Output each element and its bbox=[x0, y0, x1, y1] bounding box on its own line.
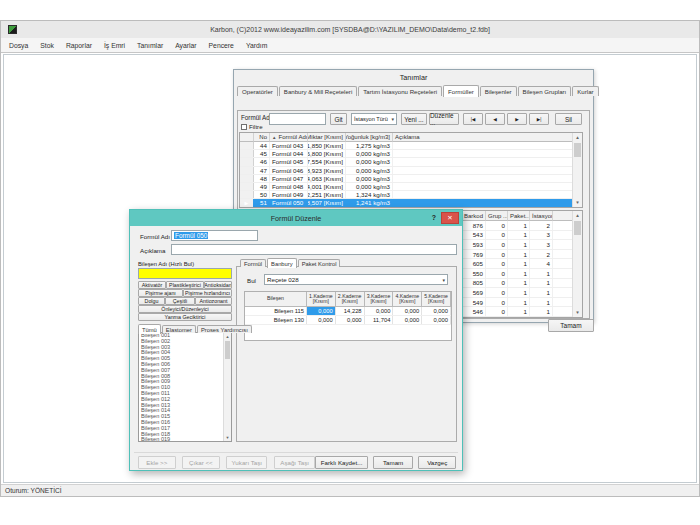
formul-row[interactable]: ▶ 51 Formül 050 68,507 [Kısım] 1,241 kg/… bbox=[240, 199, 582, 207]
formul-row[interactable]: 44 Formül 043 61,850 [Kısım] 1,275 kg/m3 bbox=[240, 142, 582, 150]
yukari-tasi-button[interactable]: Yukarı Taşı bbox=[226, 456, 267, 469]
formul-adi-input[interactable] bbox=[269, 113, 326, 125]
yanma-geciktirici-button[interactable]: Yanma Geciktirici bbox=[138, 313, 232, 321]
close-icon[interactable]: ✕ bbox=[441, 212, 459, 224]
aktivator-button[interactable]: Aktivatör bbox=[138, 281, 166, 289]
formul-row[interactable]: 47 Formül 046 48,923 [Kısım] 0,000 kg/m3 bbox=[240, 167, 582, 175]
col-kademe-1[interactable]: 1.Kademe [Kısım] bbox=[307, 292, 336, 307]
tanimlar-tab[interactable]: Bileşen Grupları bbox=[518, 86, 572, 96]
menu-item[interactable]: Pencere bbox=[203, 42, 240, 49]
scroll-up-icon[interactable]: ▲ bbox=[573, 133, 582, 142]
filtre-checkbox-box[interactable] bbox=[241, 124, 247, 130]
onleyici-duzenleyici-button[interactable]: Önleyici/Düzenleyici bbox=[138, 305, 232, 313]
recete-tab[interactable]: Formül bbox=[240, 259, 266, 267]
scrollbar-thumb[interactable] bbox=[574, 143, 581, 157]
kademe-row[interactable]: Bileşen 130 0,000 0,000 11,704 0,000 0,0… bbox=[245, 316, 451, 325]
col-no[interactable]: No bbox=[254, 133, 270, 142]
formul-row[interactable]: 48 Formül 047 54,063 [Kısım] 0,000 kg/m3 bbox=[240, 175, 582, 183]
tanimlar-tab[interactable]: Kurlar bbox=[572, 86, 598, 96]
kademe-row[interactable]: Bileşen 115 0,000 14,228 0,000 0,000 0,0… bbox=[245, 307, 451, 316]
formul-grid-scrollbar[interactable]: ▲ ▼ bbox=[572, 133, 582, 207]
duzenle-button[interactable]: Düzenle ... bbox=[429, 113, 459, 125]
git-button[interactable]: Git bbox=[330, 113, 347, 125]
sil-button[interactable]: Sil bbox=[555, 113, 582, 125]
tanimlar-tab[interactable]: Formüller bbox=[443, 85, 479, 97]
nav-next-button[interactable]: ▶ bbox=[507, 113, 527, 125]
antiozonant-button[interactable]: Antiozonant bbox=[195, 297, 232, 305]
menu-item[interactable]: Dosya bbox=[3, 42, 34, 49]
dialog-tamam-button[interactable]: Tamam bbox=[373, 456, 412, 469]
col-kademe-5[interactable]: 5.Kademe [Kısım] bbox=[422, 292, 451, 307]
antioksidan-button[interactable]: Antioksidan bbox=[204, 281, 232, 289]
formul-row[interactable]: 49 Formül 048 64,001 [Kısım] 0,000 kg/m3 bbox=[240, 183, 582, 191]
bilesen-list-tab[interactable]: Tümü bbox=[138, 324, 161, 334]
formul-row[interactable]: 50 Formül 049 2,251 [Kısım] 1,324 kg/m3 bbox=[240, 191, 582, 199]
formul-row[interactable]: 46 Formül 045 47,554 [Kısım] 0,000 kg/m3 bbox=[240, 158, 582, 166]
plastiklestirici-button[interactable]: Plastikleştirici bbox=[166, 281, 204, 289]
formul-row[interactable]: 45 Formül 044 46,800 [Kısım] 0,000 kg/m3 bbox=[240, 150, 582, 158]
pisirme-ajani-button[interactable]: Pişirme ajanı bbox=[138, 289, 183, 297]
bilesen-list-tab[interactable]: Proses Yardımcısı bbox=[197, 325, 252, 333]
col-kademe-3[interactable]: 3.Kademe [Kısım] bbox=[365, 292, 394, 307]
cikar-button[interactable]: Çıkar << bbox=[182, 456, 220, 469]
nav-prev-button[interactable]: ◀ bbox=[485, 113, 505, 125]
recete-tab[interactable]: Paket Kontrol bbox=[298, 259, 341, 267]
selected-cell[interactable]: 0,000 bbox=[307, 307, 336, 315]
bilesen-search-input[interactable] bbox=[138, 268, 232, 279]
scroll-up-icon[interactable]: ▲ bbox=[573, 211, 582, 220]
bilesen-grid-scrollbar[interactable]: ▲ ▼ bbox=[572, 211, 582, 317]
bilesen-list-tab[interactable]: Elastomer bbox=[162, 325, 196, 333]
menu-item[interactable]: Tanımlar bbox=[131, 42, 169, 49]
col-paket[interactable]: Paket... bbox=[508, 211, 530, 221]
menu-item[interactable]: Raporlar bbox=[60, 42, 98, 49]
tanimlar-tab[interactable]: Tartım İstasyonu Reçeteleri bbox=[358, 86, 442, 96]
bilesen-listbox[interactable]: Bileşen 001 Bileşen 002 Bileşen 003 Bile… bbox=[138, 332, 232, 442]
bilesen-list-item[interactable]: Bileşen 019 bbox=[139, 437, 231, 442]
col-yogunluk[interactable]: Yoğunluk [kg/m3] bbox=[346, 133, 393, 142]
farkli-kaydet-button[interactable]: Farklı Kaydet... bbox=[315, 456, 368, 469]
scroll-down-icon[interactable]: ▼ bbox=[573, 308, 582, 317]
pisirme-hizlandirici-button[interactable]: Pişirme hızlandırıcı bbox=[183, 289, 232, 297]
istasyon-turu-combo[interactable]: İstasyon Türü ▾ bbox=[351, 113, 397, 125]
col-grup[interactable]: Grup ... bbox=[486, 211, 508, 221]
col-miktar[interactable]: Miktar [Kısım] bbox=[308, 133, 346, 142]
dolgu-button[interactable]: Dolgu bbox=[138, 297, 165, 305]
asagi-tasi-button[interactable]: Aşağı Taşı bbox=[274, 456, 315, 469]
dialog-formul-adi-input[interactable]: Formül 050 bbox=[171, 230, 258, 241]
help-icon[interactable]: ? bbox=[432, 214, 436, 221]
menu-item[interactable]: Yardım bbox=[240, 42, 273, 49]
col-formul-adi[interactable]: ▲Formül Adı bbox=[270, 133, 308, 142]
col-kademe-4[interactable]: 4.Kademe [Kısım] bbox=[393, 292, 422, 307]
yeni-button[interactable]: Yeni ... bbox=[401, 113, 427, 125]
col-istasyon[interactable]: İstasyon... bbox=[530, 211, 553, 221]
menu-item[interactable]: İş Emri bbox=[98, 42, 131, 49]
scroll-down-icon[interactable]: ▼ bbox=[573, 198, 582, 207]
dialog-titlebar[interactable]: Formül Düzenle ? ✕ bbox=[130, 210, 462, 226]
filtre-checkbox[interactable]: Filtre bbox=[241, 123, 263, 130]
scrollbar-thumb[interactable] bbox=[225, 341, 230, 359]
scroll-up-icon[interactable]: ▲ bbox=[224, 333, 231, 340]
recete-tab[interactable]: Banbury bbox=[267, 258, 297, 268]
nav-last-button[interactable]: ▶| bbox=[529, 113, 549, 125]
cesitli-button[interactable]: Çeşitli bbox=[165, 297, 195, 305]
bilesen-list-scrollbar[interactable]: ▲ ▼ bbox=[223, 333, 231, 441]
tanimlar-tab[interactable]: Operatörler bbox=[237, 86, 278, 96]
bilesen-list-tab-strip: Tümü Elastomer Proses Yardımcısı bbox=[138, 323, 253, 333]
dialog-aciklama-input[interactable] bbox=[171, 244, 457, 255]
bul-combo[interactable]: Reçete 028 ▾ bbox=[264, 274, 448, 285]
menu-item[interactable]: Ayarlar bbox=[169, 42, 202, 49]
tanimlar-tamam-button[interactable]: Tamam bbox=[548, 319, 594, 332]
col-kademe-2[interactable]: 2.Kademe [Kısım] bbox=[336, 292, 365, 307]
scrollbar-thumb[interactable] bbox=[574, 221, 581, 235]
vazgec-button[interactable]: Vazgeç bbox=[418, 456, 456, 469]
tanimlar-tab[interactable]: Banbury & Mill Reçeteleri bbox=[279, 86, 357, 96]
ekle-button[interactable]: Ekle >> bbox=[138, 456, 176, 469]
nav-first-button[interactable]: |◀ bbox=[463, 113, 483, 125]
col-bilesen[interactable]: Bileşen bbox=[245, 292, 307, 307]
scroll-down-icon[interactable]: ▼ bbox=[224, 434, 231, 441]
col-aciklama[interactable]: Açıklama bbox=[393, 133, 582, 142]
tanimlar-window-title[interactable]: Tanımlar bbox=[234, 70, 593, 84]
session-status: Oturum: YÖNETİCİ bbox=[5, 487, 62, 494]
tanimlar-tab[interactable]: Bileşenler bbox=[480, 86, 517, 96]
menu-item[interactable]: Stok bbox=[34, 42, 60, 49]
